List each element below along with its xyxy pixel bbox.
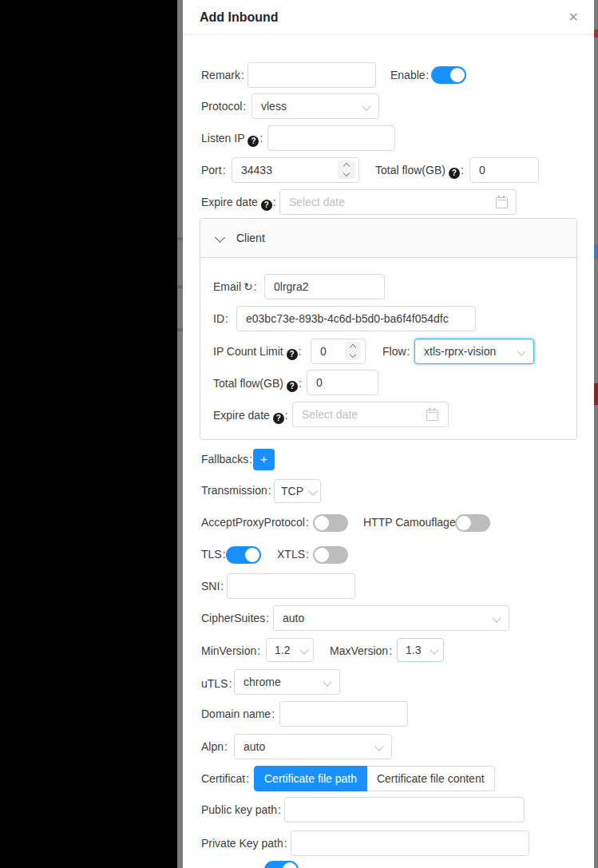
- xtls-label: XTLS:: [277, 541, 311, 567]
- bottom-partial-switch[interactable]: [264, 861, 299, 868]
- modal-title: Add Inbound: [200, 0, 279, 35]
- scrollbar-notch: [177, 285, 183, 288]
- regenerate-icon[interactable]: ↻: [244, 280, 253, 293]
- step-up-icon: [350, 344, 356, 351]
- protocol-select[interactable]: vless: [251, 93, 379, 119]
- alpn-select[interactable]: auto: [234, 734, 392, 759]
- ip-count-limit-label: IP Count Limit?:: [213, 339, 303, 364]
- alpn-label: Alpn:: [201, 734, 229, 759]
- help-icon[interactable]: ?: [273, 413, 284, 424]
- private-key-path-input[interactable]: [291, 830, 529, 856]
- http-camouflage-switch[interactable]: [455, 514, 490, 532]
- collapse-chevron-icon: [215, 232, 225, 243]
- scroll-mark-blue: [594, 244, 598, 259]
- remark-label: Remark:: [201, 62, 246, 88]
- client-panel: Client Email↻: ID: IP Count Limit?: Flow…: [200, 218, 577, 440]
- tls-label: TLS:: [201, 541, 228, 567]
- client-total-flow-input[interactable]: [307, 370, 378, 395]
- calendar-icon: [496, 197, 508, 208]
- switch-knob: [283, 862, 297, 868]
- ip-count-limit-stepper[interactable]: [345, 342, 361, 360]
- min-version-select[interactable]: 1.2: [266, 638, 314, 662]
- max-version-select[interactable]: 1.3: [397, 638, 444, 662]
- help-icon[interactable]: ?: [449, 168, 460, 179]
- scroll-mark-red: [594, 30, 598, 38]
- id-input[interactable]: [236, 306, 476, 331]
- client-panel-title: Client: [236, 219, 265, 257]
- modal-header: Add Inbound ✕: [183, 0, 594, 35]
- add-inbound-modal: Add Inbound ✕ Remark: Enable: Protocol: …: [183, 0, 594, 868]
- transmission-select[interactable]: TCP: [274, 479, 321, 503]
- sni-input[interactable]: [227, 573, 355, 599]
- certificate-mode-radio-group: Certificate file path Certificate file c…: [254, 766, 495, 791]
- flow-label: Flow:: [382, 339, 411, 364]
- step-up-icon: [343, 163, 350, 169]
- expire-date-label: Expire date?:: [201, 189, 278, 215]
- email-input[interactable]: [264, 274, 385, 299]
- tls-switch[interactable]: [226, 546, 261, 564]
- client-expire-date-input[interactable]: [292, 402, 449, 427]
- switch-knob: [450, 68, 465, 82]
- domain-name-label: Domain name:: [201, 701, 276, 727]
- transmission-label: Transmission:: [201, 478, 273, 503]
- sni-label: SNI:: [201, 573, 225, 599]
- client-expire-date-label: Expire date?:: [213, 402, 290, 428]
- flow-select[interactable]: xtls-rprx-vision: [414, 339, 534, 364]
- right-scrollbar[interactable]: [594, 0, 598, 868]
- help-icon[interactable]: ?: [261, 200, 272, 211]
- close-icon[interactable]: ✕: [568, 0, 579, 35]
- xtls-switch[interactable]: [313, 546, 348, 564]
- expire-date-input[interactable]: [279, 189, 517, 215]
- port-stepper[interactable]: [338, 161, 355, 179]
- enable-label: Enable:: [390, 62, 430, 88]
- chevron-down-icon: [492, 613, 501, 622]
- max-version-label: MaxVersion:: [330, 638, 394, 664]
- total-flow-label: Total flow(GB)?:: [375, 157, 465, 183]
- step-down-icon: [350, 351, 356, 358]
- accept-proxy-protocol-switch[interactable]: [313, 514, 348, 532]
- min-version-label: MinVersion:: [201, 638, 262, 664]
- scroll-mark-red: [594, 383, 598, 405]
- public-key-path-input[interactable]: [284, 797, 525, 822]
- port-label: Port:: [201, 157, 228, 183]
- domain-name-input[interactable]: [279, 701, 408, 727]
- accept-proxy-protocol-label: AcceptProxyProtocol:: [201, 509, 311, 535]
- chevron-down-icon: [308, 486, 317, 495]
- left-scrollbar[interactable]: [177, 0, 183, 868]
- client-collapse-header[interactable]: Client: [200, 219, 576, 258]
- fallbacks-add-button[interactable]: +: [253, 449, 275, 470]
- step-down-icon: [343, 170, 350, 176]
- email-label: Email↻:: [213, 274, 259, 299]
- chevron-down-icon: [374, 742, 383, 751]
- help-icon[interactable]: ?: [287, 381, 298, 392]
- utls-select[interactable]: chrome: [234, 669, 340, 695]
- cipher-suites-select[interactable]: auto: [273, 605, 509, 631]
- client-total-flow-label: Total flow(GB)?:: [213, 371, 303, 396]
- protocol-label: Protocol:: [201, 93, 248, 119]
- scrollbar-notch: [177, 328, 183, 331]
- id-label: ID:: [213, 306, 230, 331]
- utls-label: uTLS:: [201, 671, 233, 696]
- calendar-icon: [426, 410, 438, 421]
- remark-input[interactable]: [248, 62, 376, 88]
- public-key-path-label: Public key path:: [201, 797, 283, 822]
- help-icon[interactable]: ?: [248, 136, 259, 147]
- switch-knob: [457, 516, 471, 530]
- listen-ip-input[interactable]: [267, 125, 395, 151]
- private-key-path-label: Private Key path:: [201, 830, 289, 856]
- certificate-label: Certificat:: [201, 766, 251, 791]
- chevron-down-icon: [517, 347, 525, 355]
- total-flow-input[interactable]: [469, 157, 539, 183]
- chevron-down-icon: [362, 101, 370, 110]
- http-camouflage-label: HTTP Camouflage:: [363, 509, 461, 535]
- chevron-down-icon: [299, 645, 308, 654]
- cipher-suites-label: CipherSuites:: [201, 605, 271, 631]
- certificate-file-path-option[interactable]: Certificate file path: [254, 766, 367, 791]
- screen: Add Inbound ✕ Remark: Enable: Protocol: …: [0, 0, 598, 868]
- chevron-down-icon: [323, 677, 331, 686]
- switch-knob: [315, 516, 329, 530]
- help-icon[interactable]: ?: [287, 349, 298, 360]
- fallbacks-label: Fallbacks:: [201, 446, 254, 472]
- certificate-file-content-option[interactable]: Certificate file content: [367, 766, 495, 791]
- enable-switch[interactable]: [431, 66, 466, 84]
